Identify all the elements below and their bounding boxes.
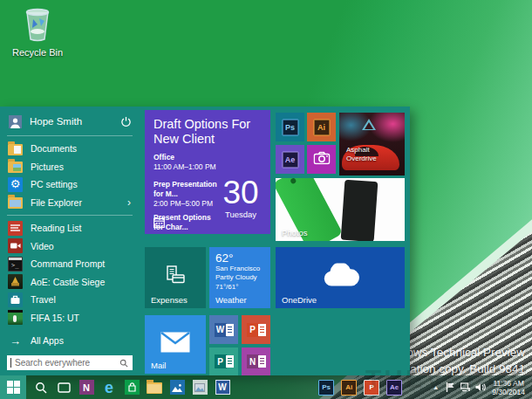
weather-condition: Partly Cloudy <box>215 273 264 282</box>
tray-network[interactable] <box>458 375 473 399</box>
photoshop-icon: Ps <box>318 380 334 396</box>
sidebar-item-travel[interactable]: Travel <box>7 291 133 309</box>
taskbar-illustrator-button[interactable]: Ai <box>338 375 360 399</box>
recycle-bin-glyph <box>21 7 54 42</box>
task-view-button[interactable] <box>52 375 75 399</box>
publisher-icon: P <box>215 354 234 368</box>
sidebar-item-command-prompt[interactable]: >_ Command Prompt <box>7 255 133 273</box>
tile-onenote[interactable]: N <box>242 347 270 375</box>
tray-action-center[interactable] <box>443 375 458 399</box>
taskbar: N e W Ps <box>0 375 532 399</box>
aoe-castle-icon <box>8 274 23 289</box>
tile-illustrator[interactable]: Ai <box>307 113 336 141</box>
mail-envelope-icon <box>160 332 190 353</box>
sidebar-item-aoe-castle-siege[interactable]: AoE: Castle Siege <box>7 273 133 292</box>
tile-after-effects[interactable]: Ae <box>276 145 304 174</box>
file-explorer-icon <box>147 382 162 394</box>
taskbar-photos-button[interactable] <box>166 375 188 399</box>
tile-label: Asphalt Overdrive <box>346 146 385 163</box>
person-icon <box>10 117 21 128</box>
sidebar-item-video[interactable]: Video <box>7 237 133 256</box>
taskbar-word-button[interactable]: W <box>211 375 234 399</box>
recycle-bin-icon[interactable]: Recycle Bin <box>9 7 66 58</box>
clock-time: 11:36 AM <box>492 379 525 388</box>
file-explorer-icon <box>8 195 23 210</box>
calendar-icon <box>153 217 165 228</box>
calendar-event1-name: Office <box>153 153 174 162</box>
start-menu-left-panel: Hope Smith Documents Pictures ⚙ <box>0 107 140 375</box>
powerpoint-icon: P <box>247 323 266 337</box>
gear-icon: ⚙ <box>8 177 23 192</box>
tile-publisher[interactable]: P <box>209 347 238 375</box>
taskbar-onenote-button[interactable]: N <box>75 375 98 399</box>
store-icon <box>125 380 140 395</box>
onedrive-cloud-icon <box>321 264 359 287</box>
taskbar-search-button[interactable] <box>30 375 52 399</box>
all-apps-button[interactable]: → All Apps <box>7 332 133 349</box>
tile-weather[interactable]: 62° San Francisco Partly Cloudy 71°/61° … <box>209 247 270 308</box>
calendar-date-number: 30 <box>218 176 263 209</box>
tile-photos[interactable]: Photos <box>276 178 405 241</box>
tile-calendar[interactable]: Draft Options For New Client Office 11:0… <box>145 110 270 234</box>
tile-onedrive[interactable]: OneDrive <box>276 247 405 308</box>
taskbar-clock[interactable]: 11:36 AM 9/30/2014 <box>488 379 532 396</box>
power-button[interactable] <box>119 114 133 128</box>
word-icon: W <box>215 323 234 337</box>
tile-powerpoint[interactable]: P <box>242 315 270 344</box>
calendar-event3-time: Tomorrow: 9:00 AM <box>153 232 217 234</box>
calendar-event1-time: 11:00 AM–1:00 PM <box>153 162 216 171</box>
onenote-icon: N <box>79 380 94 395</box>
sidebar-item-pictures[interactable]: Pictures <box>7 158 133 176</box>
user-avatar[interactable] <box>9 115 22 128</box>
taskbar-store-button[interactable] <box>120 375 143 399</box>
taskbar-publisher-button[interactable]: P <box>360 375 383 399</box>
taskbar-right-group: Ps Ai P Ae ▲ <box>315 375 532 399</box>
tray-show-hidden-icons[interactable]: ▲ <box>428 375 443 399</box>
calendar-event2-name: Prep Presentation for M... <box>153 180 217 198</box>
taskbar-photo-viewer-button[interactable] <box>188 375 211 399</box>
taskbar-ie-button[interactable]: e <box>98 375 120 399</box>
desktop: Recycle Bin dows Technical Preview uatio… <box>0 0 532 399</box>
tile-label: OneDrive <box>282 295 317 305</box>
tile-asphalt-overdrive[interactable]: Asphalt Overdrive <box>339 113 405 175</box>
user-header: Hope Smith <box>7 111 133 132</box>
black-phone-image <box>341 180 379 241</box>
sidebar-item-documents[interactable]: Documents <box>7 140 133 158</box>
onenote-icon: N <box>247 354 266 368</box>
clock-date: 9/30/2014 <box>492 388 525 396</box>
flag-icon <box>446 382 455 392</box>
camera-icon <box>313 152 330 165</box>
recycle-bin-label: Recycle Bin <box>9 47 66 58</box>
start-menu: Hope Smith Documents Pictures ⚙ <box>0 107 410 375</box>
word-icon: W <box>215 380 230 395</box>
separator <box>7 215 133 216</box>
taskbar-after-effects-button[interactable]: Ae <box>383 375 406 399</box>
tray-volume[interactable] <box>473 375 488 399</box>
search-box[interactable] <box>7 355 133 370</box>
build-watermark: dows Technical Preview uation copy. Buil… <box>400 344 525 377</box>
sidebar-item-file-explorer[interactable]: File Explorer › <box>7 194 133 212</box>
tile-expenses[interactable]: Expenses <box>145 247 206 308</box>
tile-photoshop[interactable]: Ps <box>276 113 304 141</box>
tile-camera[interactable] <box>307 145 336 174</box>
sidebar-item-reading-list[interactable]: Reading List <box>7 219 133 237</box>
taskbar-explorer-button[interactable] <box>143 375 166 399</box>
search-input[interactable] <box>13 357 119 368</box>
user-name: Hope Smith <box>30 116 119 127</box>
text-caret <box>10 358 11 368</box>
video-camera-icon <box>8 238 23 253</box>
speaker-icon <box>475 382 486 392</box>
photos-app-icon <box>170 380 185 395</box>
tile-word[interactable]: W <box>209 315 238 344</box>
chevron-right-icon[interactable]: › <box>127 196 133 209</box>
task-view-icon <box>58 382 71 393</box>
command-prompt-icon: >_ <box>8 257 23 272</box>
tile-mail[interactable]: Mail <box>145 315 206 374</box>
caret-up-icon: ▲ <box>433 384 439 390</box>
start-button[interactable] <box>0 375 26 399</box>
power-icon <box>120 116 132 127</box>
sidebar-item-fifa[interactable]: FIFA 15: UT <box>7 309 133 327</box>
pictures-folder-icon <box>8 159 23 174</box>
taskbar-photoshop-button[interactable]: Ps <box>315 375 338 399</box>
sidebar-item-pc-settings[interactable]: ⚙ PC settings <box>7 175 133 194</box>
